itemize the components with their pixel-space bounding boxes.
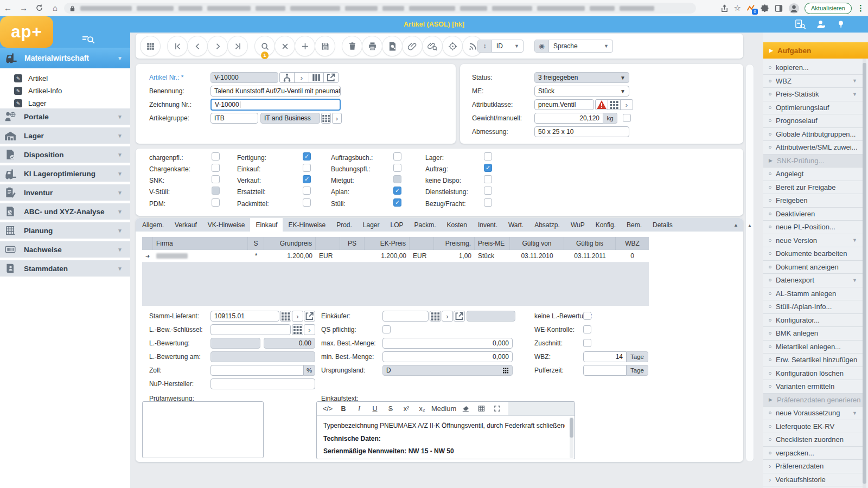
open-external-icon[interactable] <box>304 311 315 322</box>
editor-italic-button[interactable]: I <box>353 403 366 415</box>
stamm-lieferant-field[interactable]: 109115.01 <box>210 311 279 322</box>
first-record-button[interactable] <box>168 36 187 56</box>
tab-details[interactable]: Details <box>647 218 678 232</box>
browser-menu-icon[interactable]: ⋮ <box>857 3 865 13</box>
checkbox-auftrag[interactable]: ✓ <box>484 164 492 172</box>
ursprungsland-field[interactable]: D <box>382 365 513 376</box>
tab-invent[interactable]: Invent. <box>473 218 503 232</box>
previous-record-button[interactable] <box>188 36 207 56</box>
task-checklisten-zuordnen[interactable]: Checklisten zuordnen <box>763 433 863 447</box>
tab-absatzp[interactable]: Absatzp. <box>529 218 565 232</box>
nup-hersteller-field[interactable] <box>210 378 315 389</box>
open-external-icon[interactable] <box>454 311 465 322</box>
save-button[interactable] <box>315 36 335 56</box>
tabs-collapse-icon[interactable]: ▲ <box>729 218 743 232</box>
checkbox-buchungspfl[interactable] <box>393 164 401 172</box>
tab-wup[interactable]: WuP <box>565 218 590 232</box>
lookup-grid-icon[interactable] <box>280 311 291 322</box>
task-deaktivieren[interactable]: Deaktivieren <box>763 208 863 221</box>
task-konfiguration-löschen[interactable]: Konfiguration löschen <box>763 367 863 381</box>
editor-expand-button[interactable] <box>490 403 503 415</box>
tab-lop[interactable]: LOP <box>385 218 409 232</box>
next-record-button[interactable] <box>208 36 227 56</box>
reload-icon[interactable] <box>31 0 47 16</box>
target-button[interactable] <box>443 36 462 56</box>
tab-verkauf[interactable]: Verkauf <box>169 218 202 232</box>
checkbox-bezug-fracht[interactable] <box>484 198 492 207</box>
we-kontrolle-checkbox[interactable] <box>583 325 591 333</box>
task-optimierungslauf[interactable]: Optimierungslauf <box>763 101 863 115</box>
tab-einkauf[interactable]: Einkauf <box>250 218 283 232</box>
print-preview-button[interactable] <box>382 36 402 56</box>
warning-icon[interactable] <box>595 99 608 110</box>
sort-dropdown[interactable]: ↕ ID ▼ <box>477 40 524 53</box>
extensions-puzzle-icon[interactable] <box>760 4 769 13</box>
benennung-field[interactable]: Talend Kunststoff Auf/Zu-Ventil mit pneu… <box>210 86 341 97</box>
extension-icon[interactable]: 0 <box>746 4 755 13</box>
open-external-icon[interactable] <box>323 72 339 83</box>
checkbox-dienstleistung[interactable] <box>484 187 492 195</box>
tab-konfig[interactable]: Konfig. <box>590 218 621 232</box>
chevron-right-icon[interactable]: › <box>294 72 309 83</box>
delete-button[interactable] <box>342 36 362 56</box>
task-neue-version[interactable]: neue Version▼ <box>763 234 863 248</box>
editor-eraser-button[interactable] <box>459 403 472 415</box>
print-button[interactable] <box>362 36 382 56</box>
lookup-grid-icon[interactable] <box>292 324 303 335</box>
checkbox-auftragsbuch[interactable] <box>393 152 401 160</box>
zoll-field[interactable] <box>210 365 304 376</box>
task-konfigurator[interactable]: Konfigurator... <box>763 314 863 328</box>
task-lieferquote-ek-rv[interactable]: Lieferquote EK-RV <box>763 420 863 434</box>
sidebar-section-stammdaten[interactable]: Stammdaten▼ <box>0 260 130 277</box>
hierarchy-icon[interactable] <box>279 72 295 83</box>
task-erw-setartikel-hinzufügen[interactable]: Erw. Setartikel hinzufügen <box>763 354 863 367</box>
task-bmk-anlegen[interactable]: BMK anlegen <box>763 327 863 341</box>
status-select[interactable]: 3 freigegeben▼ <box>534 72 629 83</box>
columns-icon[interactable] <box>309 72 324 83</box>
checkbox-packmittel[interactable] <box>303 198 311 207</box>
editor-table-button[interactable] <box>475 403 488 415</box>
checkbox-aplan[interactable]: ✓ <box>393 187 401 195</box>
task-freigeben[interactable]: Freigeben <box>763 194 863 208</box>
pruefanweisung-textarea[interactable] <box>142 401 264 458</box>
grid-menu-button[interactable] <box>141 36 160 56</box>
task-verkaufshistorie[interactable]: ›Verkaufshistorie <box>763 473 863 487</box>
me-select[interactable]: Stück▼ <box>534 86 629 97</box>
min-best-menge-field[interactable]: 0,000 <box>382 351 513 362</box>
task-kopieren[interactable]: kopieren... <box>763 61 863 75</box>
task-prognoselauf[interactable]: Prognoselauf <box>763 114 863 128</box>
editor-subscript-button[interactable]: x₂ <box>416 403 429 415</box>
task-preis-statistik[interactable]: Preis-Statistik▼ <box>763 88 863 101</box>
sidebar-section-ki-lageroptimierung[interactable]: KI Lageroptimierung▼ <box>0 165 130 182</box>
max-best-menge-field[interactable]: 0,000 <box>382 338 513 349</box>
back-icon[interactable]: ← <box>0 0 16 16</box>
einkaufstext-editor[interactable]: </>BIUSx²x₂Medium Typenbezeichnung PNEUM… <box>316 401 575 459</box>
gewicht-field[interactable]: 20,120 <box>534 113 603 124</box>
attributklasse-field[interactable]: pneum.Ventil <box>534 99 594 110</box>
home-icon[interactable]: ⌂ <box>47 0 63 16</box>
price-table-row[interactable]: ➜*1.200,00EUR1.200,00EUR1,00Stück03.11.2… <box>142 250 649 262</box>
checkbox-snk[interactable] <box>212 175 220 183</box>
zeichnung-nr-field[interactable]: V-10000 <box>210 99 341 111</box>
checkbox-verkauf[interactable]: ✓ <box>303 175 311 183</box>
task-attributwerte-sml-zuwei[interactable]: Attributwerte/SML zuwei... <box>763 141 863 155</box>
checkbox-lager[interactable] <box>484 152 492 160</box>
editor-bold-button[interactable]: B <box>337 403 350 415</box>
chevron-right-icon[interactable]: › <box>304 324 315 335</box>
task-globale-attributgruppen[interactable]: Globale Attributgruppen... <box>763 128 863 142</box>
task-mietartikel-anlegen[interactable]: Mietartikel anlegen... <box>763 341 863 354</box>
checkbox-stüli[interactable]: ✓ <box>393 198 401 207</box>
checkbox-pdm[interactable] <box>212 198 220 207</box>
checkbox-einkauf[interactable] <box>303 164 311 172</box>
artikel-nr-field[interactable]: V-10000 <box>210 72 278 83</box>
collapse-arrow-icon[interactable]: ▲ <box>746 223 754 228</box>
sidebar-section-inventur[interactable]: Inventur▼ <box>0 184 130 201</box>
keine-l-bewertung-checkbox[interactable] <box>583 312 591 320</box>
profile-avatar[interactable] <box>788 3 800 14</box>
sidebar-item-artikel[interactable]: ✎Artikel <box>0 72 130 85</box>
url-bar[interactable] <box>64 3 696 14</box>
task-dokumente-bearbeiten[interactable]: Dokumente bearbeiten <box>763 247 863 261</box>
editor-font-size-button[interactable]: Medium <box>431 403 456 415</box>
checkbox-ersatzteil[interactable] <box>303 187 311 195</box>
editor-underline-button[interactable]: U <box>368 403 381 415</box>
